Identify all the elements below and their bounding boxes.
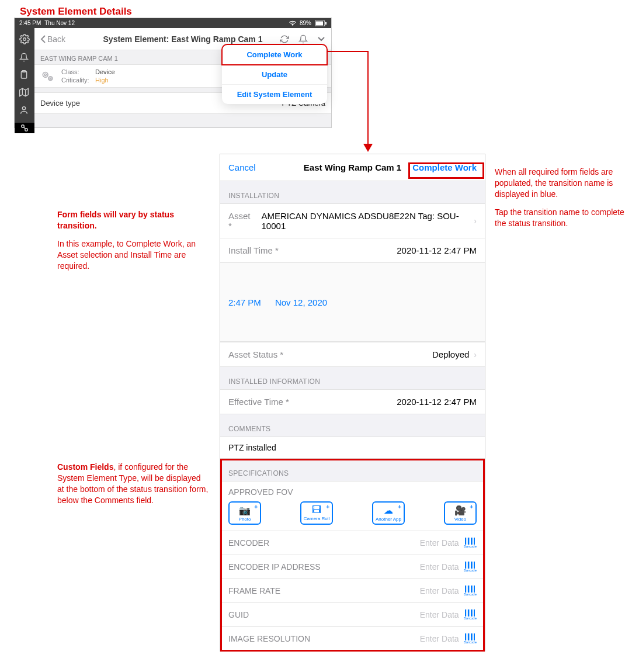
spec-row[interactable]: GUIDEnter DataBarcode [220, 603, 485, 627]
asset-row[interactable]: Asset * AMERICAN DYNAMICS ADSDU8E22N Tag… [220, 203, 485, 238]
status-date: Thu Nov 12 [44, 20, 75, 26]
picker-time[interactable]: 2:47 PM [228, 297, 261, 307]
section-specifications: SPECIFICATIONS [220, 459, 485, 481]
system-element-icon[interactable] [15, 123, 34, 133]
svg-marker-6 [20, 88, 29, 96]
criticality-label: Criticality: [61, 77, 92, 84]
class-label: Class: [61, 68, 92, 75]
class-value: Device [95, 68, 115, 75]
asset-label: Asset * [228, 211, 255, 231]
asset-value: AMERICAN DYNAMICS ADSDU8E22N Tag: SOU-10… [262, 211, 470, 231]
video-icon: 🎥 [454, 505, 466, 516]
picker-date[interactable]: Nov 12, 2020 [275, 297, 327, 307]
svg-point-12 [43, 72, 48, 78]
effective-time-value: 2020-11-12 2:47 PM [397, 397, 477, 407]
spec-row-label: FRAME RATE [228, 586, 280, 595]
spec-row[interactable]: ENCODEREnter DataBarcode [220, 531, 485, 555]
arrow-line [367, 51, 369, 148]
device-type-label: Device type [40, 99, 80, 108]
film-icon: 🎞 [312, 505, 321, 515]
chevron-right-icon: › [474, 216, 477, 226]
install-time-label: Install Time * [228, 245, 279, 255]
section-installed-info: INSTALLED INFORMATION [220, 367, 485, 389]
battery-icon [315, 20, 327, 26]
spec-row-label: IMAGE RESOLUTION [228, 634, 310, 643]
camera-icon: 📷 [239, 505, 251, 516]
video-button[interactable]: +🎥Video [444, 501, 477, 525]
criticality-value: High [95, 77, 109, 84]
spec-row-label: ENCODER [228, 538, 269, 548]
spec-row-label: ENCODER IP ADDRESS [228, 562, 321, 571]
svg-point-13 [44, 74, 46, 75]
notification-icon[interactable] [298, 34, 308, 44]
comments-field[interactable]: PTZ installed [220, 437, 485, 459]
gears-icon [40, 68, 55, 84]
annotation-right-1: When all required form fields are popula… [495, 167, 632, 228]
annotation-left-2: Custom Fields, if configured for the Sys… [57, 462, 209, 506]
barcode-icon[interactable]: Barcode [464, 562, 477, 572]
spec-placeholder: Enter Data [420, 610, 459, 619]
camera-roll-button[interactable]: +🎞Camera Roll [300, 501, 333, 525]
action-popover: Complete Work Update Edit System Element [222, 44, 327, 104]
another-app-button[interactable]: +☁Another App [372, 501, 405, 525]
arrow-line [322, 51, 368, 52]
status-time: 2:45 PM [19, 20, 41, 26]
chevron-right-icon: › [474, 350, 477, 359]
more-menu-icon[interactable] [317, 34, 325, 44]
effective-time-label: Effective Time * [228, 397, 289, 407]
page-title: System Element Details [20, 6, 132, 18]
back-button[interactable]: Back [40, 34, 65, 44]
status-bar: 2:45 PM Thu Nov 12 89% [15, 18, 331, 28]
approved-fov-label: APPROVED FOV [220, 481, 485, 499]
clipboard-icon[interactable] [19, 70, 30, 79]
asset-status-row[interactable]: Asset Status * Deployed › [220, 342, 485, 367]
cancel-button[interactable]: Cancel [228, 162, 256, 172]
popover-complete-work[interactable]: Complete Work [221, 44, 328, 65]
spec-row[interactable]: FRAME RATEEnter DataBarcode [220, 579, 485, 603]
section-installation: INSTALLATION [220, 181, 485, 203]
popover-edit-system-element[interactable]: Edit System Element [222, 85, 327, 104]
photo-button[interactable]: +📷Photo [228, 501, 261, 525]
highlight-complete-work [408, 162, 484, 179]
settings-icon[interactable] [19, 34, 30, 44]
section-comments: COMMENTS [220, 414, 485, 437]
svg-point-15 [50, 78, 51, 79]
spec-placeholder: Enter Data [420, 586, 459, 595]
install-time-row[interactable]: Install Time * 2020-11-12 2:47 PM [220, 238, 485, 263]
battery-percent: 89% [300, 20, 311, 26]
sidebar [15, 28, 34, 127]
asset-status-value: Deployed [432, 349, 469, 359]
effective-time-row[interactable]: Effective Time * 2020-11-12 2:47 PM [220, 389, 485, 414]
cloud-icon: ☁ [384, 505, 393, 516]
spec-placeholder: Enter Data [420, 634, 459, 643]
arrow-head-icon [363, 144, 373, 152]
svg-point-9 [22, 107, 25, 110]
svg-point-3 [23, 38, 26, 41]
barcode-icon[interactable]: Barcode [464, 609, 477, 620]
popover-update[interactable]: Update [222, 65, 327, 85]
status-transition-form: Cancel East Wing Ramp Cam 1 Complete Wor… [220, 154, 485, 652]
barcode-icon[interactable]: Barcode [464, 633, 477, 644]
svg-rect-1 [316, 21, 324, 25]
svg-rect-2 [325, 22, 327, 25]
asset-status-label: Asset Status * [228, 349, 283, 359]
barcode-icon[interactable]: Barcode [464, 538, 477, 548]
bell-icon[interactable] [19, 53, 30, 62]
user-location-icon[interactable] [19, 105, 30, 115]
map-icon[interactable] [19, 88, 30, 97]
svg-point-14 [48, 77, 53, 81]
refresh-icon[interactable] [280, 34, 289, 44]
wifi-icon [289, 20, 296, 26]
media-buttons-row: +📷Photo +🎞Camera Roll +☁Another App +🎥Vi… [220, 499, 485, 531]
barcode-icon[interactable]: Barcode [464, 586, 477, 596]
spec-placeholder: Enter Data [420, 562, 459, 571]
annotation-left-1: Form fields will vary by status transiti… [57, 209, 209, 271]
spec-placeholder: Enter Data [420, 538, 459, 548]
spec-row[interactable]: ENCODER IP ADDRESSEnter DataBarcode [220, 555, 485, 579]
datetime-picker[interactable]: 2:47 PM Nov 12, 2020 [220, 263, 485, 342]
install-time-value: 2020-11-12 2:47 PM [397, 245, 477, 255]
spec-row[interactable]: IMAGE RESOLUTIONEnter DataBarcode [220, 627, 485, 651]
back-label: Back [47, 34, 65, 44]
spec-row-label: GUID [228, 610, 249, 619]
